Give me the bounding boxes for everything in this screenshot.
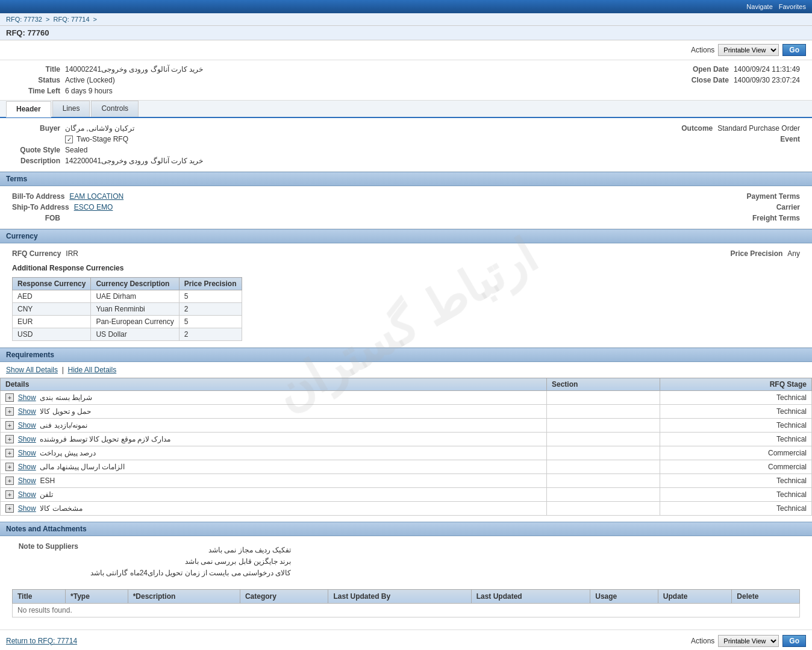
req-details-cell: + Show HSE xyxy=(1,474,547,488)
bill-to-value[interactable]: EAM LOCATION xyxy=(69,192,123,201)
show-link[interactable]: Show xyxy=(18,435,36,443)
req-stage-cell: Technical xyxy=(660,474,811,488)
return-link[interactable]: Return to RFQ: 77714 xyxy=(6,637,77,645)
expand-icon[interactable]: + xyxy=(5,463,14,471)
show-link[interactable]: Show xyxy=(18,477,36,485)
printable-view-select-top[interactable]: Printable View xyxy=(718,44,779,56)
rfq-title-row: RFQ: 77760 xyxy=(0,26,812,40)
expand-icon[interactable]: + xyxy=(5,435,14,443)
req-section-cell xyxy=(546,488,660,502)
col-response-currency: Response Currency xyxy=(13,278,91,290)
req-details-cell: + Show شرایط بسته بندی xyxy=(1,391,547,405)
breadcrumb-rfq-77732[interactable]: RFQ: 77732 xyxy=(6,16,42,23)
navigate-link[interactable]: Navigate xyxy=(746,3,772,10)
req-stage-cell: Technical xyxy=(660,419,811,433)
show-link[interactable]: Show xyxy=(18,463,36,471)
favorites-link[interactable]: Favorites xyxy=(779,3,806,10)
show-link[interactable]: Show xyxy=(18,393,36,402)
status-label: Status xyxy=(12,76,60,84)
expand-icon[interactable]: + xyxy=(5,407,14,416)
req-stage-cell: Technical xyxy=(660,405,811,419)
precision-cell: 5 xyxy=(179,290,242,303)
notes-content: Note to Suppliers تفکیک ردیف مجاز نمی با… xyxy=(0,536,812,623)
req-row: + Show مدارک لازم موقع تحویل کالا توسط ف… xyxy=(1,433,812,446)
precision-cell: 2 xyxy=(179,328,242,341)
attach-col-header: Title xyxy=(13,589,66,603)
show-link[interactable]: Show xyxy=(18,449,36,457)
req-stage-cell: Technical xyxy=(660,502,811,516)
expand-icon[interactable]: + xyxy=(5,477,14,485)
freight-terms-label: Freight Terms xyxy=(752,214,800,222)
note-line: برند جایگزین قابل بررسی نمی باشد xyxy=(90,556,291,567)
buyer-section: Buyer ترکیان ولاشانی, مرگان ✓ Two-Stage … xyxy=(0,118,812,172)
hide-all-link[interactable]: Hide All Details xyxy=(68,366,117,374)
desc-cell: Yuan Renminbi xyxy=(91,303,179,316)
req-stage-cell: Commercial xyxy=(660,446,811,460)
payment-terms-label: Payment Terms xyxy=(747,192,800,201)
req-row: + Show الزامات ارسال پیشنهاد مالی Commer… xyxy=(1,460,812,474)
note-line: کالای درخواستی می بایست از زمان تحویل دا… xyxy=(90,567,291,579)
rfq-currency-label: RFQ Currency xyxy=(12,249,61,258)
actions-label-top: Actions xyxy=(691,46,714,54)
time-left-label: Time Left xyxy=(12,87,60,95)
notes-section-header: Notes and Attachments xyxy=(0,522,812,536)
req-details-cell: + Show مدارک لازم موقع تحویل کالا توسط ف… xyxy=(1,433,547,446)
carrier-label: Carrier xyxy=(752,203,800,211)
currency-section-header: Currency xyxy=(0,229,812,243)
attachments-table: Title*Type*DescriptionCategoryLast Updat… xyxy=(12,589,800,617)
tabs-container: Header Lines Controls xyxy=(0,101,812,118)
expand-icon[interactable]: + xyxy=(5,504,14,513)
show-link[interactable]: Show xyxy=(18,421,36,430)
attach-col-header: Category xyxy=(240,589,328,603)
ship-to-value[interactable]: ESCO EMO xyxy=(74,203,113,211)
go-button-bottom[interactable]: Go xyxy=(782,635,806,647)
tab-controls[interactable]: Controls xyxy=(91,101,139,117)
two-stage-checkbox[interactable]: ✓ xyxy=(65,136,73,143)
terms-section-header: Terms xyxy=(0,172,812,186)
req-detail-text: HSE xyxy=(40,477,55,485)
requirements-content: Show All Details | Hide All Details Deta… xyxy=(0,362,812,516)
req-section-cell xyxy=(546,391,660,405)
quote-style-label: Quote Style xyxy=(12,146,60,154)
show-link[interactable]: Show xyxy=(18,407,36,416)
req-row: + Show شرایط بسته بندی Technical xyxy=(1,391,812,405)
req-detail-text: مدارک لازم موقع تحویل کالا توسط فروشنده xyxy=(40,435,170,443)
desc-cell: UAE Dirham xyxy=(91,290,179,303)
fob-label: FOB xyxy=(12,214,60,222)
expand-icon[interactable]: + xyxy=(5,449,14,457)
breadcrumb-rfq-77714[interactable]: RFQ: 77714 xyxy=(54,16,90,23)
actions-label-bottom: Actions xyxy=(691,637,714,645)
req-details-cell: + Show درصد پیش پرداخت xyxy=(1,446,547,460)
req-detail-text: نمونه/بازدید فنی xyxy=(40,421,87,430)
expand-icon[interactable]: + xyxy=(5,421,14,430)
breadcrumb: RFQ: 77732 > RFQ: 77714 > xyxy=(0,13,812,26)
req-row: + Show نمونه/بازدید فنی Technical xyxy=(1,419,812,433)
notes-text: تفکیک ردیف مجاز نمی باشدبرند جایگزین قاب… xyxy=(90,545,291,580)
printable-view-select-bottom[interactable]: Printable View xyxy=(718,635,779,647)
req-details-cell: + Show نمونه/بازدید فنی xyxy=(1,419,547,433)
show-link[interactable]: Show xyxy=(18,490,36,499)
status-value: Active (Locked) xyxy=(65,76,115,84)
show-link[interactable]: Show xyxy=(18,504,36,513)
req-detail-text: تلفن xyxy=(40,490,53,499)
expand-icon[interactable]: + xyxy=(5,490,14,499)
quote-style-value: Sealed xyxy=(65,146,87,154)
description-value: خرید کارت آنالوگ ورودی وخروجی140002241 xyxy=(65,157,203,165)
expand-icon[interactable]: + xyxy=(5,393,14,402)
requirements-section-header: Requirements xyxy=(0,348,812,362)
req-details-cell: + Show الزامات ارسال پیشنهاد مالی xyxy=(1,460,547,474)
req-stage-cell: Technical xyxy=(660,391,811,405)
ship-to-label: Ship-To Address xyxy=(12,203,69,211)
note-line: تفکیک ردیف مجاز نمی باشد xyxy=(90,545,291,556)
currency-cell: CNY xyxy=(13,303,91,316)
go-button-top[interactable]: Go xyxy=(782,44,806,56)
desc-cell: Pan-European Currency xyxy=(91,316,179,328)
tab-header[interactable]: Header xyxy=(6,101,51,117)
return-bar: Return to RFQ: 77714 Actions Printable V… xyxy=(0,630,812,650)
precision-cell: 5 xyxy=(179,316,242,328)
show-all-link[interactable]: Show All Details xyxy=(6,366,58,374)
req-section-cell xyxy=(546,474,660,488)
buyer-value: ترکیان ولاشانی, مرگان xyxy=(65,124,134,133)
req-section-cell xyxy=(546,419,660,433)
tab-lines[interactable]: Lines xyxy=(52,101,90,117)
